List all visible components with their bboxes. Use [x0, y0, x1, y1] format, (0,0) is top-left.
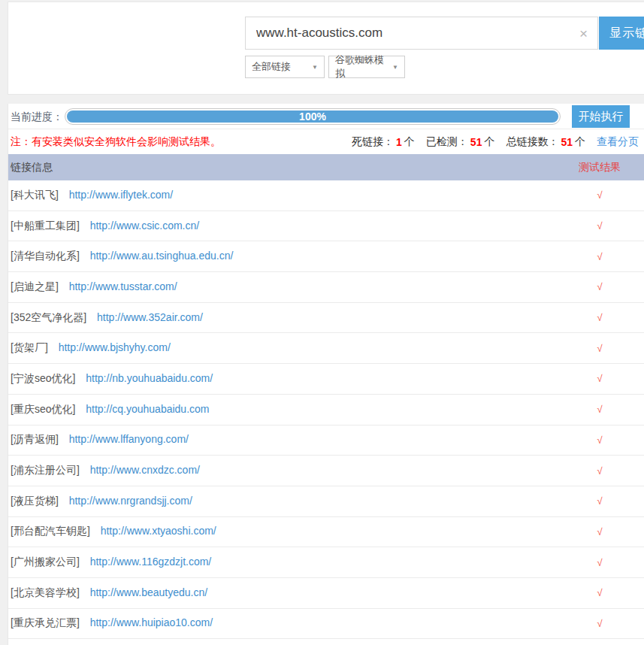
total-links-unit: 个	[575, 135, 585, 149]
link-name: [邢台配汽车钥匙]	[11, 525, 90, 537]
link-url[interactable]: http://www.beautyedu.cn/	[90, 586, 207, 598]
link-name: [广州搬家公司]	[11, 556, 80, 568]
table-row: [科大讯飞] http://www.iflytek.com/ √	[8, 180, 644, 211]
link-name: [浦东注册公司]	[11, 464, 80, 476]
show-links-button[interactable]: 显示链接	[599, 17, 644, 50]
result-check: √	[562, 587, 637, 598]
dead-links-label: 死链接：	[352, 135, 394, 149]
link-cell: [邢台配汽车钥匙] http://www.xtyaoshi.com/	[11, 525, 562, 538]
table-row: [浦东注册公司] http://www.cnxdzc.com/ √	[8, 456, 644, 486]
link-name: [中船重工集团]	[11, 220, 80, 232]
chevron-down-icon: ▼	[392, 64, 398, 71]
table-row: [清华自动化系] http://www.au.tsinghua.edu.cn/ …	[8, 241, 644, 272]
result-check: √	[562, 435, 637, 446]
link-url[interactable]: http://www.bjshyhy.com/	[59, 341, 171, 353]
table-header: 链接信息 测试结果	[8, 154, 644, 180]
link-cell: [货架厂] http://www.bjshyhy.com/	[11, 341, 562, 355]
url-input-wrap: ×	[245, 17, 598, 50]
link-url[interactable]: http://cq.youhuabaidu.com	[86, 403, 209, 415]
link-url[interactable]: http://www.352air.com/	[97, 311, 203, 323]
link-cell: [北京美容学校] http://www.beautyedu.cn/	[11, 586, 562, 600]
link-cell: [启迪之星] http://www.tusstar.com/	[11, 280, 562, 294]
link-name: [重庆seo优化]	[11, 403, 75, 415]
table-row: [352空气净化器] http://www.352air.com/ √	[8, 303, 644, 334]
dead-links-value: 1	[396, 136, 402, 148]
total-links-value: 51	[561, 136, 573, 148]
link-name: [启迪之星]	[11, 280, 59, 292]
table-row: [邢台配汽车钥匙] http://www.xtyaoshi.com/ √	[8, 517, 644, 548]
result-check: √	[562, 281, 637, 292]
view-pagination-link[interactable]: 查看分页	[597, 135, 639, 149]
progress-bar: 100%	[65, 108, 561, 125]
link-cell: [清华自动化系] http://www.au.tsinghua.edu.cn/	[11, 250, 562, 263]
progress-percent: 100%	[65, 109, 560, 124]
result-check: √	[562, 557, 637, 568]
result-check: √	[562, 404, 637, 415]
link-url[interactable]: http://nb.youhuabaidu.com/	[86, 372, 213, 384]
checked-unit: 个	[484, 135, 494, 149]
table-row: [沥青返佣] http://www.lffanyong.com/ √	[8, 425, 644, 456]
progress-row: 当前进度： 100% 开始执行	[8, 104, 644, 129]
total-links-label: 总链接数：	[506, 135, 558, 149]
link-name: [宁波seo优化]	[11, 372, 75, 384]
table-row: [广州搬家公司] http://www.116gzdzjt.com/ √	[8, 547, 644, 578]
table-row: [宁波seo优化] http://nb.youhuabaidu.com/ √	[8, 364, 644, 395]
url-input[interactable]	[246, 17, 597, 49]
clear-icon[interactable]: ×	[579, 26, 588, 41]
spider-mode-dropdown-label: 谷歌蜘蛛模拟	[335, 53, 388, 80]
checked-value: 51	[470, 136, 482, 148]
link-cell: [广州搬家公司] http://www.116gzdzjt.com/	[11, 556, 562, 569]
link-cell: [352空气净化器] http://www.352air.com/	[11, 311, 562, 325]
link-name: [货架厂]	[11, 341, 48, 353]
link-cell: [宁波seo优化] http://nb.youhuabaidu.com/	[11, 372, 562, 386]
result-check: √	[562, 220, 637, 232]
link-cell: [中船重工集团] http://www.csic.com.cn/	[11, 220, 562, 233]
result-check: √	[562, 526, 637, 538]
link-name: [科大讯飞]	[11, 189, 59, 201]
result-check: √	[562, 189, 637, 201]
link-url[interactable]: http://www.iflytek.com/	[69, 189, 173, 201]
dead-links-unit: 个	[404, 135, 415, 149]
link-url[interactable]: http://www.nrgrandsjj.com/	[69, 495, 192, 507]
link-name: [北京美容学校]	[11, 586, 80, 598]
link-url[interactable]: http://www.116gzdzjt.com/	[90, 556, 212, 568]
link-cell: [浦东注册公司] http://www.cnxdzc.com/	[11, 464, 562, 477]
link-name: [清华自动化系]	[11, 250, 80, 262]
link-name: [沥青返佣]	[11, 433, 59, 445]
result-check: √	[562, 343, 637, 354]
progress-label: 当前进度：	[11, 111, 63, 124]
link-url[interactable]: http://www.au.tsinghua.edu.cn/	[90, 250, 234, 262]
link-url[interactable]: http://www.huipiao10.com/	[90, 616, 213, 628]
warning-note: 注：有安装类似安全狗软件会影响测试结果。	[11, 135, 221, 149]
link-url[interactable]: http://www.tusstar.com/	[69, 280, 177, 292]
link-cell: [重庆seo优化] http://cq.youhuabaidu.com	[11, 403, 562, 416]
link-name: [重庆承兑汇票]	[11, 616, 80, 628]
link-type-dropdown-label: 全部链接	[252, 60, 291, 74]
table-row: [货架厂] http://www.bjshyhy.com/ √	[8, 333, 644, 364]
dead-link-checker-page: { "search": { "value": "www.ht-acoustics…	[0, 0, 644, 645]
link-name: [352空气净化器]	[11, 311, 86, 323]
table-row: [北京美容学校] http://www.beautyedu.cn/ √	[8, 578, 644, 609]
spider-mode-dropdown[interactable]: 谷歌蜘蛛模拟 ▼	[328, 56, 405, 78]
result-check: √	[562, 465, 637, 477]
link-url[interactable]: http://www.cnxdzc.com/	[90, 464, 200, 476]
table-row: [启迪之星] http://www.tusstar.com/ √	[8, 272, 644, 303]
link-url[interactable]: http://www.csic.com.cn/	[90, 220, 199, 232]
link-type-dropdown[interactable]: 全部链接 ▼	[245, 56, 325, 78]
stats: 死链接： 1 个 已检测： 51 个 总链接数： 51 个 查看分页	[352, 135, 639, 149]
link-table-body: [科大讯飞] http://www.iflytek.com/ √ [中船重工集团…	[8, 180, 644, 639]
results-panel: 当前进度： 100% 开始执行 注：有安装类似安全狗软件会影响测试结果。 死链接…	[8, 104, 644, 645]
link-info-header: 链接信息	[11, 161, 562, 174]
result-check: √	[562, 312, 637, 323]
link-url[interactable]: http://www.xtyaoshi.com/	[101, 525, 216, 537]
link-cell: [科大讯飞] http://www.iflytek.com/	[11, 189, 562, 202]
checked-label: 已检测：	[426, 135, 468, 149]
start-button[interactable]: 开始执行	[572, 105, 630, 128]
link-cell: [沥青返佣] http://www.lffanyong.com/	[11, 433, 562, 447]
link-cell: [重庆承兑汇票] http://www.huipiao10.com/	[11, 616, 562, 630]
link-url[interactable]: http://www.lffanyong.com/	[69, 433, 189, 445]
status-row: 注：有安装类似安全狗软件会影响测试结果。 死链接： 1 个 已检测： 51 个 …	[8, 129, 644, 154]
link-cell: [液压货梯] http://www.nrgrandsjj.com/	[11, 495, 562, 508]
result-check: √	[562, 373, 637, 384]
chevron-down-icon: ▼	[312, 64, 318, 71]
